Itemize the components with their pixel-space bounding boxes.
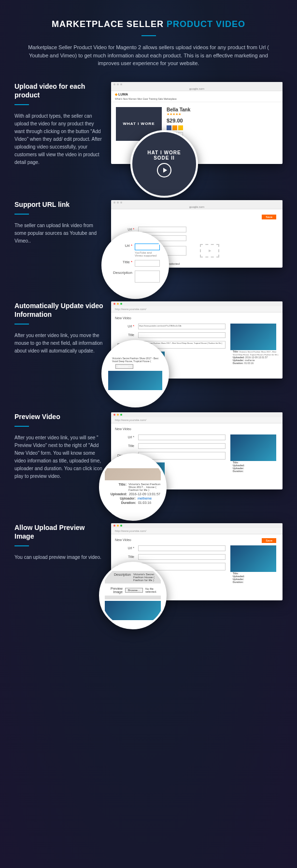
divider-icon	[14, 545, 29, 546]
meta-label: Uploaded:	[105, 492, 127, 496]
section-desc: You can upload preview image for video.	[14, 554, 104, 561]
url-input[interactable]	[138, 227, 186, 232]
zoom-circle: Description Victoria's Secret Fashion Ho…	[99, 562, 167, 629]
desc-input[interactable]	[135, 271, 160, 283]
browser-bar	[111, 412, 283, 417]
browser-bar	[111, 82, 283, 87]
meta-value: Victoria's Secret Fashion Show 2017... H…	[128, 483, 161, 491]
title-input[interactable]	[138, 332, 226, 338]
url-input[interactable]	[135, 244, 160, 250]
form-label: Url *	[111, 244, 132, 248]
form-label: Url *	[115, 435, 134, 439]
url-input[interactable]: https://www.youtube.com/watch?v=O8h3cxJu…	[138, 324, 226, 329]
divider-icon	[14, 104, 29, 105]
url-bar: google.com	[111, 205, 283, 209]
page-heading: New Video	[115, 427, 279, 431]
product-price: $29.00	[167, 118, 278, 123]
feature-section: Upload video for each product With all p…	[14, 82, 283, 166]
logo-text: LUMA	[118, 93, 128, 96]
video-placeholder-icon: ▶	[200, 244, 219, 258]
overlay-text: HAT I WORE	[147, 150, 181, 155]
desc-value: Victoria's Secret Fashion House ( Fashio…	[133, 573, 159, 582]
url-bar: http://www.yoursite.com/	[111, 306, 283, 312]
zoom-circle: HAT I WORE SODE II	[130, 130, 198, 198]
zoom-circle: Title:Victoria's Secret Fashion Show 201…	[99, 453, 167, 521]
feature-section: Automatically Update video Information A…	[14, 301, 283, 379]
video-preview[interactable]	[230, 324, 276, 350]
url-input[interactable]	[138, 545, 226, 551]
intro-text: Marketplace Seller Product Video for Mag…	[14, 43, 283, 68]
star-rating-icon: ★★★★★	[167, 112, 278, 116]
meta-value: 2016-12-09 13:01:57	[129, 492, 160, 496]
page-heading: New Video	[115, 538, 279, 542]
page-header: MARKETPLACE SELLER PRODUCT VIDEO Marketp…	[14, 19, 283, 68]
form-label: Description	[107, 573, 131, 582]
meta-label: Title:	[105, 483, 127, 491]
video-meta: Title: Victoria's Secret Fashion Show 20…	[230, 350, 279, 365]
url-bar: http://www.yoursite.com/	[111, 417, 283, 423]
logo-icon: ◆	[115, 93, 117, 96]
section-desc: After you enter video link, you move the…	[14, 332, 104, 355]
divider-icon	[14, 324, 29, 325]
browser-bar	[111, 301, 283, 306]
browser-bar	[111, 523, 283, 528]
feature-section: Support URL link The seller can upload l…	[14, 200, 283, 268]
page-heading: New Video	[115, 316, 279, 320]
product-name: Bella Tank	[167, 107, 278, 112]
url-input[interactable]	[138, 434, 226, 440]
divider-icon	[14, 426, 29, 427]
meta-label: Uploader:	[114, 497, 136, 500]
form-label: Url *	[115, 325, 134, 328]
zoom-desc: Victoria's Secret Fashion Show 2017 - Be…	[108, 357, 162, 363]
meta-value: metheme	[138, 497, 152, 500]
video-meta: Title:Uploaded:Uploader:Duration:	[230, 572, 279, 583]
section-title: Automatically Update video Information	[14, 301, 104, 319]
file-status: No file selected	[135, 365, 155, 368]
meta-label: Duration:	[114, 501, 136, 504]
preview-thumb	[108, 371, 162, 390]
browser-bar	[111, 200, 283, 205]
feature-section: Preview Video After you enter video link…	[14, 412, 283, 489]
video-preview[interactable]	[230, 545, 276, 572]
overlay-text: SODE II	[154, 155, 175, 161]
video-preview[interactable]	[230, 434, 276, 461]
title-part1: MARKETPLACE SELLER	[52, 19, 164, 29]
form-label: Title	[115, 444, 134, 448]
browse-button[interactable]: Browse...	[125, 588, 143, 593]
zoom-circle: Victoria's Secret Fashion Show 2017 - Be…	[101, 340, 169, 407]
preview-thumb	[105, 601, 161, 620]
meta-value: 01:03:16	[138, 501, 151, 504]
video-meta: Title: Uploaded: Uploader: Duration:	[230, 461, 279, 473]
store-navbar: ◆ LUMA What's New Women Men Gear Trainin…	[111, 91, 283, 102]
input-hint: YouTube and Vimeo supported	[135, 251, 160, 257]
save-button[interactable]: Save	[262, 215, 276, 219]
color-swatches[interactable]	[167, 125, 278, 130]
feature-section: Allow Upload Preview Image You can uploa…	[14, 523, 283, 600]
title-input[interactable]	[138, 554, 226, 560]
file-status: No file selected.	[145, 587, 159, 593]
section-desc: After you enter video link, you will see…	[14, 434, 104, 480]
title-input[interactable]	[135, 260, 160, 267]
section-title: Support URL link	[14, 200, 104, 209]
title-input[interactable]	[138, 443, 226, 449]
url-bar: google.com	[111, 87, 283, 91]
zoom-circle: Url * YouTube and Vimeo supported Title …	[101, 231, 169, 299]
form-label: Title *	[111, 260, 132, 264]
section-title: Upload video for each product	[14, 82, 104, 99]
preview-thumb	[105, 468, 161, 480]
form-label: Title	[115, 333, 134, 337]
form-label: Preview Image	[107, 587, 123, 594]
section-title: Preview Video	[14, 412, 104, 421]
divider-icon	[141, 35, 156, 36]
section-desc: With all product types, the seller can u…	[14, 112, 104, 166]
save-button[interactable]: Save	[262, 538, 276, 543]
section-title: Allow Upload Preview Image	[14, 523, 104, 541]
divider-icon	[14, 214, 29, 215]
form-label: Description	[111, 271, 132, 275]
form-label: Url *	[115, 228, 134, 231]
title-part2: PRODUCT VIDEO	[167, 19, 245, 29]
url-bar: http://www.yoursite.com/	[111, 528, 283, 534]
page-title: MARKETPLACE SELLER PRODUCT VIDEO	[14, 19, 283, 29]
browse-button[interactable]: Browse...	[115, 364, 133, 369]
play-icon[interactable]	[157, 163, 171, 177]
